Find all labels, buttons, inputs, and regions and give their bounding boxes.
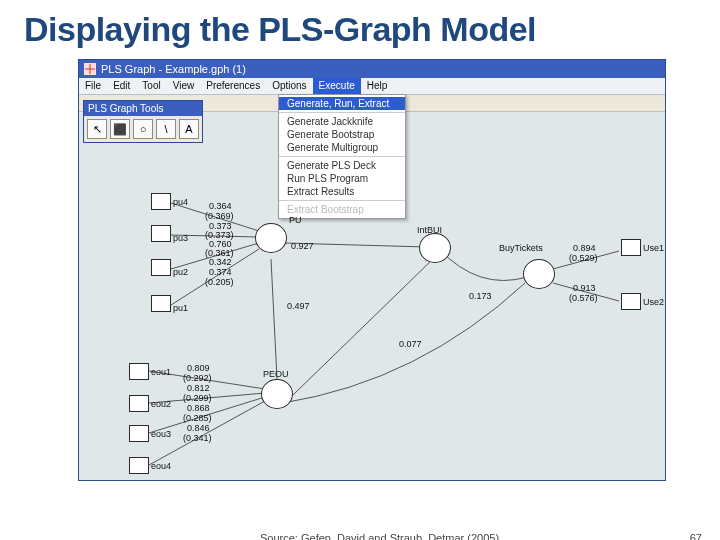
- label-pu2: pu2: [173, 267, 188, 277]
- source-text: Source: Gefen, David and Straub, Detmar …: [260, 532, 499, 540]
- val: (0.576): [569, 293, 598, 303]
- val: (0.341): [183, 433, 212, 443]
- label-pu3: pu3: [173, 233, 188, 243]
- menu-item-generate-run-extract[interactable]: Generate, Run, Extract: [279, 97, 405, 110]
- menu-options[interactable]: Options: [266, 78, 312, 94]
- box-use2[interactable]: [621, 293, 641, 310]
- latent-int[interactable]: [419, 233, 451, 263]
- slide-title: Displaying the PLS-Graph Model: [24, 10, 706, 49]
- val: 0.342: [209, 257, 232, 267]
- app-window: PLS Graph - Example.gph (1) File Edit To…: [78, 59, 666, 481]
- label-PEOU: PEOU: [263, 369, 289, 379]
- val: (0.369): [205, 211, 234, 221]
- box-pu4[interactable]: [151, 193, 171, 210]
- menubar: File Edit Tool View Preferences Options …: [79, 78, 665, 95]
- val: 0.894: [573, 243, 596, 253]
- label-eou4: eou4: [151, 461, 171, 471]
- model-canvas[interactable]: pu4 pu3 pu2 pu1 eou1 eou2 eou3 eou4 Use1…: [79, 111, 665, 480]
- label-PU: PU: [289, 215, 302, 225]
- box-use1[interactable]: [621, 239, 641, 256]
- box-eou4[interactable]: [129, 457, 149, 474]
- latent-buy[interactable]: [523, 259, 555, 289]
- val: 0.846: [187, 423, 210, 433]
- latent-peou[interactable]: [261, 379, 293, 409]
- box-pu1[interactable]: [151, 295, 171, 312]
- val: 0.077: [399, 339, 422, 349]
- val: 0.497: [287, 301, 310, 311]
- val: 0.173: [469, 291, 492, 301]
- val: 0.374: [209, 267, 232, 277]
- box-eou3[interactable]: [129, 425, 149, 442]
- val: (0.292): [183, 373, 212, 383]
- label-Buy: BuyTickets: [499, 243, 543, 253]
- menu-help[interactable]: Help: [361, 78, 394, 94]
- val: (0.299): [183, 393, 212, 403]
- page-number: 67: [690, 532, 702, 540]
- label-eou1: eou1: [151, 367, 171, 377]
- menu-view[interactable]: View: [167, 78, 201, 94]
- label-pu1: pu1: [173, 303, 188, 313]
- label-use2: Use2: [643, 297, 664, 307]
- menu-execute[interactable]: Execute: [313, 78, 361, 94]
- menu-edit[interactable]: Edit: [107, 78, 136, 94]
- label-pu4: pu4: [173, 197, 188, 207]
- box-eou2[interactable]: [129, 395, 149, 412]
- menu-tool[interactable]: Tool: [136, 78, 166, 94]
- box-eou1[interactable]: [129, 363, 149, 380]
- val: 0.812: [187, 383, 210, 393]
- menu-preferences[interactable]: Preferences: [200, 78, 266, 94]
- val: (0.285): [183, 413, 212, 423]
- val: 0.809: [187, 363, 210, 373]
- val: (0.529): [569, 253, 598, 263]
- box-pu3[interactable]: [151, 225, 171, 242]
- val: 0.927: [291, 241, 314, 251]
- label-eou2: eou2: [151, 399, 171, 409]
- label-eou3: eou3: [151, 429, 171, 439]
- menu-file[interactable]: File: [79, 78, 107, 94]
- val: (0.205): [205, 277, 234, 287]
- val: 0.868: [187, 403, 210, 413]
- label-use1: Use1: [643, 243, 664, 253]
- titlebar: PLS Graph - Example.gph (1): [79, 60, 665, 78]
- val: 0.913: [573, 283, 596, 293]
- latent-pu[interactable]: [255, 223, 287, 253]
- pls-icon: [84, 63, 96, 75]
- window-title: PLS Graph - Example.gph (1): [101, 63, 660, 75]
- label-Int: IntBUI: [417, 225, 442, 235]
- box-pu2[interactable]: [151, 259, 171, 276]
- val: 0.364: [209, 201, 232, 211]
